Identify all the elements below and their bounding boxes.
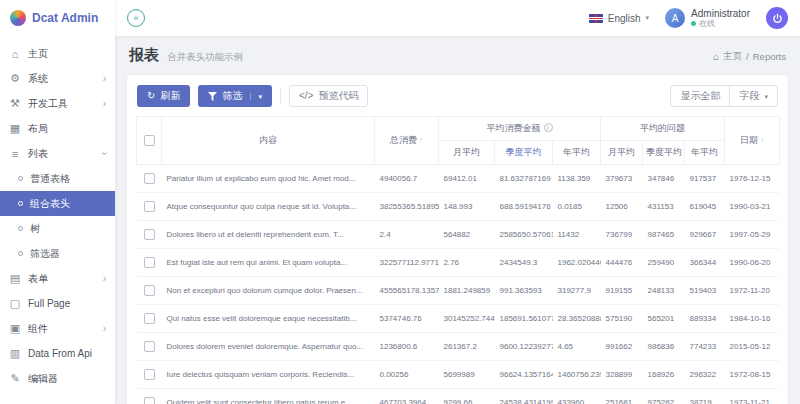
grid-toolbar: ↻ 刷新 筛选 ▾ </> 预览代码 显示全部 字段 — [136, 84, 779, 116]
cell-quarter-avg-2: 975282 — [643, 389, 685, 404]
cell-year-avg-1: 1460756.23965 — [553, 361, 601, 389]
cell-month-avg-2: 991662 — [601, 333, 643, 361]
cell-content: Non et excepturi quo dolorum cumque dolo… — [162, 277, 375, 305]
show-all-button[interactable]: 显示全部 — [670, 85, 730, 107]
filter-button[interactable]: 筛选 ▾ — [198, 85, 272, 107]
col-header-month-avg-2[interactable]: 月平均 — [601, 141, 643, 165]
column-tools: 显示全部 字段▾ — [670, 85, 778, 107]
cell-date: 1973-11-21 — [725, 389, 780, 404]
grid-card: ↻ 刷新 筛选 ▾ </> 预览代码 显示全部 字段 — [127, 75, 788, 404]
row-checkbox-cell — [137, 333, 162, 361]
fields-button[interactable]: 字段▾ — [729, 85, 778, 107]
row-checkbox-cell — [137, 193, 162, 221]
brand[interactable]: Dcat Admin — [0, 0, 115, 36]
row-checkbox[interactable] — [144, 341, 155, 352]
cell-month-avg-2: 575190 — [601, 305, 643, 333]
flag-icon — [589, 14, 603, 23]
sidebar: Dcat Admin ⌂主页⚙系统›⚒开发工具›▦布局≡列表›普通表格组合表头树… — [0, 0, 115, 404]
col-header-year-avg-2[interactable]: 年平均 — [685, 141, 725, 165]
info-icon[interactable]: i — [544, 123, 553, 132]
row-checkbox[interactable] — [144, 201, 155, 212]
col-header-date[interactable]: 日期↑ — [725, 117, 780, 165]
cell-content: Quidem velit sunt consectetur libero nat… — [162, 389, 375, 404]
row-checkbox[interactable] — [144, 173, 155, 184]
preview-code-button[interactable]: </> 预览代码 — [289, 85, 368, 107]
sidebar-item[interactable]: ▦布局 — [0, 116, 115, 141]
online-dot-icon — [691, 21, 696, 26]
sidebar-item[interactable]: ⚒开发工具› — [0, 91, 115, 116]
cell-date: 1997-05-29 — [725, 221, 780, 249]
row-checkbox-cell — [137, 165, 162, 193]
brand-name: Dcat Admin — [32, 11, 98, 25]
sidebar-item[interactable]: 普通表格 — [0, 166, 115, 191]
table-row: Dolores dolorem eveniet doloremque. Aspe… — [137, 333, 780, 361]
sidebar-toggle-icon[interactable]: « — [127, 9, 145, 27]
cell-month-avg-2: 736799 — [601, 221, 643, 249]
cell-year-avg-2: 38719 — [685, 389, 725, 404]
cell-total: 0.00256 — [375, 361, 439, 389]
row-checkbox[interactable] — [144, 257, 155, 268]
sidebar-item[interactable]: ▢Full Page — [0, 291, 115, 316]
sidebar-item-label: 普通表格 — [30, 172, 106, 186]
sidebar-item[interactable]: ▤表单› — [0, 266, 115, 291]
cell-year-avg-2: 917537 — [685, 165, 725, 193]
cell-total: 2.4 — [375, 221, 439, 249]
cell-total: 322577112.97714 — [375, 249, 439, 277]
cell-total: 4940056.7 — [375, 165, 439, 193]
sidebar-item[interactable]: ✎编辑器 — [0, 366, 115, 391]
cell-total: 38255365.518959 — [375, 193, 439, 221]
cell-content: Atque consequuntur quo culpa neque sit i… — [162, 193, 375, 221]
row-checkbox-cell — [137, 249, 162, 277]
sidebar-item[interactable]: ▥Data From Api — [0, 341, 115, 366]
bullet-icon — [18, 226, 23, 231]
cell-month-avg-1: 1881.249859 — [439, 277, 495, 305]
cell-quarter-avg-1: 185691.561077 — [495, 305, 553, 333]
component-icon: ▣ — [9, 322, 21, 335]
cell-quarter-avg-2: 347846 — [643, 165, 685, 193]
sidebar-item[interactable]: 树 — [0, 216, 115, 241]
select-all-checkbox[interactable] — [144, 135, 155, 146]
sidebar-item-label: 开发工具 — [28, 97, 96, 111]
sidebar-item-label: 筛选器 — [30, 247, 106, 261]
cell-date: 1972-08-15 — [725, 361, 780, 389]
row-checkbox[interactable] — [144, 285, 155, 296]
cell-month-avg-1: 564882 — [439, 221, 495, 249]
col-header-month-avg-1[interactable]: 月平均 — [439, 141, 495, 165]
sidebar-item[interactable]: 组合表头 — [0, 191, 115, 216]
user-menu[interactable]: A Administrator 在线 — [665, 8, 750, 29]
cell-year-avg-1: 0.0185 — [553, 193, 601, 221]
sidebar-item-label: 编辑器 — [28, 372, 106, 386]
form-icon: ▤ — [9, 272, 21, 285]
col-header-year-avg-1[interactable]: 年平均 — [553, 141, 601, 165]
cell-year-avg-2: 366344 — [685, 249, 725, 277]
sidebar-item-label: 树 — [30, 222, 106, 236]
chevron-down-icon: ▾ — [646, 14, 650, 22]
row-checkbox[interactable] — [144, 369, 155, 380]
chevron-down-icon: › — [99, 152, 110, 155]
sidebar-item[interactable]: 筛选器 — [0, 241, 115, 266]
sidebar-item[interactable]: ▣组件› — [0, 316, 115, 341]
sidebar-item-label: 主页 — [28, 47, 106, 61]
chevron-right-icon: › — [103, 273, 106, 284]
sidebar-item[interactable]: ≡列表› — [0, 141, 115, 166]
cell-year-avg-1: 1962.0204404 — [553, 249, 601, 277]
row-checkbox[interactable] — [144, 397, 155, 404]
sidebar-item[interactable]: ⌂主页 — [0, 41, 115, 66]
table-row: Iure delectus quisquam veniam corporis. … — [137, 361, 780, 389]
col-header-quarter-avg-1[interactable]: 季度平均 — [495, 141, 553, 165]
cell-quarter-avg-1: 96624.1357164 — [495, 361, 553, 389]
language-selector[interactable]: English ▾ — [589, 13, 649, 24]
row-checkbox[interactable] — [144, 313, 155, 324]
breadcrumb-home[interactable]: 主页 — [723, 50, 742, 63]
col-header-total[interactable]: 总消费↑ — [375, 117, 439, 165]
cell-content: Est fugiat iste aut rem qui animi. Et qu… — [162, 249, 375, 277]
logout-button[interactable] — [766, 7, 788, 29]
cell-date: 1976-12-15 — [725, 165, 780, 193]
cell-quarter-avg-1: 991.363593 — [495, 277, 553, 305]
sidebar-item-label: 系统 — [28, 72, 96, 86]
sidebar-item-label: 列表 — [28, 147, 96, 161]
row-checkbox[interactable] — [144, 229, 155, 240]
sidebar-item[interactable]: ⚙系统› — [0, 66, 115, 91]
refresh-button[interactable]: ↻ 刷新 — [137, 85, 190, 107]
col-header-quarter-avg-2[interactable]: 季度平均 — [643, 141, 685, 165]
